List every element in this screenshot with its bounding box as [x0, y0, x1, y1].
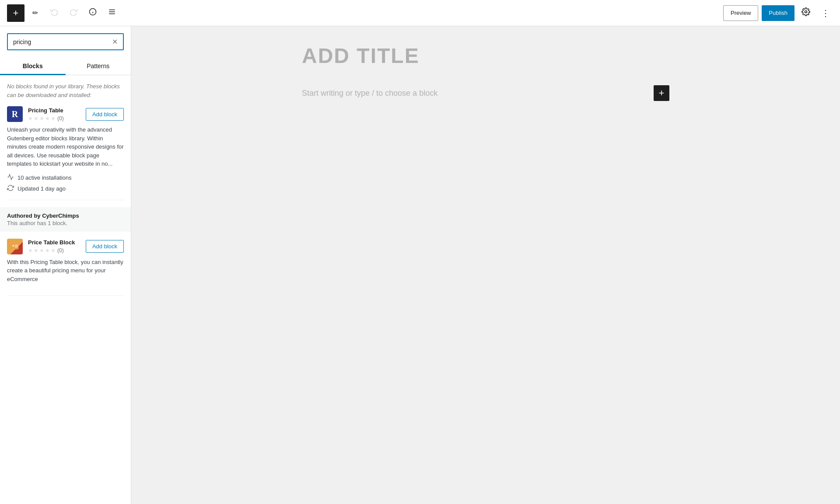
star-5: ★: [51, 247, 56, 254]
refresh-icon: [7, 184, 14, 193]
block-placeholder: Start writing or type / to choose a bloc…: [302, 85, 669, 101]
redo-button[interactable]: [65, 4, 82, 22]
post-title[interactable]: ADD TITLE: [302, 44, 669, 68]
star-rating-2: ★ ★ ★ ★ ★ (0): [28, 247, 80, 254]
star-3: ★: [39, 115, 44, 122]
block-icon-r: R: [7, 106, 23, 122]
block-meta: 10 active installations Updated 1 day ag…: [7, 174, 124, 193]
installations-text: 10 active installations: [18, 174, 72, 181]
rating-count: (0): [57, 115, 64, 122]
last-updated: Updated 1 day ago: [7, 184, 124, 193]
block-description: Unleash your creativity with the advance…: [7, 125, 124, 168]
undo-icon: [50, 8, 58, 18]
svg-point-6: [805, 11, 807, 13]
edit-mode-button[interactable]: ✏: [26, 4, 44, 22]
rating-count-2: (0): [57, 247, 64, 254]
add-block-button-pricing-table[interactable]: Add block: [86, 108, 124, 121]
publish-button[interactable]: Publish: [762, 5, 794, 21]
toolbar-left: + ✏: [7, 4, 723, 22]
updated-text: Updated 1 day ago: [18, 185, 66, 192]
add-block-canvas-button[interactable]: +: [654, 85, 669, 101]
tabs: Blocks Patterns: [0, 57, 131, 75]
no-blocks-message: No blocks found in your library. These b…: [7, 82, 124, 99]
block-name: Pricing Table: [28, 107, 80, 114]
block-card-price-table-block: Price Table Block ★ ★ ★ ★ ★ (0) Add bloc…: [7, 239, 124, 296]
placeholder-text: Start writing or type / to choose a bloc…: [302, 89, 438, 98]
editor-canvas: ADD TITLE Start writing or type / to cho…: [302, 44, 669, 487]
svg-point-8: [13, 245, 14, 247]
search-area: ✕: [0, 26, 131, 57]
more-options-button[interactable]: ⋮: [817, 5, 833, 21]
block-info-2: Price Table Block ★ ★ ★ ★ ★ (0): [28, 239, 80, 254]
tools-icon: [108, 8, 116, 18]
add-block-button[interactable]: +: [7, 4, 24, 22]
vertical-dots-icon: ⋮: [821, 8, 829, 18]
toolbar-right: Preview Publish ⋮: [723, 5, 833, 21]
author-block-count: This author has 1 block.: [7, 220, 124, 226]
svg-rect-7: [11, 243, 19, 249]
block-description-2: With this Pricing Table block, you can i…: [7, 258, 124, 284]
settings-button[interactable]: [798, 5, 814, 21]
search-clear-button[interactable]: ✕: [112, 38, 118, 46]
info-button[interactable]: [84, 4, 102, 22]
info-icon: [89, 8, 97, 18]
block-card-pricing-table: R Pricing Table ★ ★ ★ ★ ★ (0) Add block: [7, 106, 124, 200]
sidebar: ✕ Blocks Patterns No blocks found in you…: [0, 26, 131, 504]
editor-area[interactable]: ADD TITLE Start writing or type / to cho…: [131, 26, 840, 504]
plus-icon-canvas: +: [659, 88, 665, 98]
star-3: ★: [39, 247, 44, 254]
tab-blocks[interactable]: Blocks: [0, 57, 66, 75]
block-icon-price: [7, 239, 23, 254]
search-input[interactable]: [13, 38, 112, 45]
toolbar: + ✏: [0, 0, 840, 26]
block-card-header: R Pricing Table ★ ★ ★ ★ ★ (0) Add block: [7, 106, 124, 122]
block-name-2: Price Table Block: [28, 239, 80, 246]
pencil-icon: ✏: [32, 9, 38, 17]
plus-icon: +: [13, 7, 19, 19]
active-installations: 10 active installations: [7, 174, 124, 182]
block-card-header-2: Price Table Block ★ ★ ★ ★ ★ (0) Add bloc…: [7, 239, 124, 254]
block-info: Pricing Table ★ ★ ★ ★ ★ (0): [28, 107, 80, 122]
star-2: ★: [34, 115, 38, 122]
author-section: Authored by CyberChimps This author has …: [0, 207, 131, 232]
gear-icon: [802, 7, 810, 18]
chart-icon: [7, 174, 14, 182]
preview-button[interactable]: Preview: [723, 5, 758, 21]
search-input-wrapper: ✕: [7, 33, 124, 50]
star-2: ★: [34, 247, 38, 254]
star-rating: ★ ★ ★ ★ ★ (0): [28, 115, 80, 122]
close-icon: ✕: [112, 38, 118, 46]
star-1: ★: [28, 247, 33, 254]
tools-button[interactable]: [103, 4, 121, 22]
main-layout: ✕ Blocks Patterns No blocks found in you…: [0, 26, 840, 504]
star-4: ★: [45, 115, 50, 122]
undo-button[interactable]: [46, 4, 63, 22]
sidebar-content: No blocks found in your library. These b…: [0, 75, 131, 504]
redo-icon: [70, 8, 77, 18]
author-name: Authored by CyberChimps: [7, 212, 124, 219]
star-4: ★: [45, 247, 50, 254]
star-1: ★: [28, 115, 33, 122]
tab-patterns[interactable]: Patterns: [66, 57, 131, 75]
star-5: ★: [51, 115, 56, 122]
add-block-button-price-table-block[interactable]: Add block: [86, 240, 124, 253]
